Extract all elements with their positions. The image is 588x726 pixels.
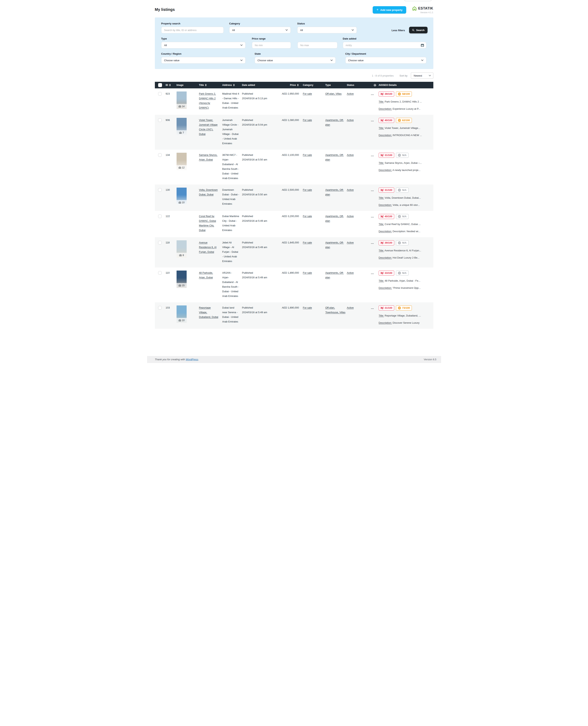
search-button[interactable]: Search — [409, 27, 427, 33]
row-checkbox[interactable] — [158, 119, 162, 122]
price-min-input[interactable] — [252, 42, 291, 48]
more-actions-button[interactable]: ••• — [371, 119, 374, 124]
listing-title-link[interactable]: Samana Skyros, Arjan, Dubai — [199, 153, 217, 161]
listing-status-link[interactable]: Active — [347, 153, 354, 156]
seo-title-line: Title: Coral Reef by DAMAC, Dubai ... — [379, 222, 433, 226]
more-actions-button[interactable]: ••• — [371, 241, 374, 246]
aioseo-headline-score-badge[interactable]: N/A — [396, 214, 408, 219]
camera-icon — [178, 319, 181, 322]
city-select[interactable]: Choose value — [345, 57, 426, 64]
country-select[interactable]: Choose value — [161, 57, 246, 64]
more-actions-button[interactable]: ••• — [371, 215, 374, 219]
row-checkbox[interactable] — [158, 153, 162, 157]
listing-thumbnail[interactable]: 8 — [176, 240, 187, 258]
listing-thumbnail[interactable]: 15 — [176, 271, 187, 288]
listing-title-link[interactable]: Coral Reef by DAMAC, Dubai Maritime City… — [199, 215, 216, 232]
listing-type-link[interactable]: Apartments, Off-plan — [326, 215, 344, 222]
listing-title-link[interactable]: 48 Parkside, Arjan, Dubai — [199, 271, 213, 279]
listing-category-link[interactable]: For sale — [303, 188, 312, 191]
listing-thumbnail[interactable]: 7 — [176, 118, 187, 135]
listing-status-link[interactable]: Active — [347, 119, 354, 122]
listing-category-link[interactable]: For sale — [303, 215, 312, 218]
listing-type-link[interactable]: Apartments, Off-plan — [326, 271, 344, 279]
aioseo-headline-score-badge[interactable]: 58/100 — [396, 91, 412, 97]
listing-status-link[interactable]: Active — [347, 306, 354, 309]
listing-title-link[interactable]: Violet Tower, Jumeirah Village Circle (J… — [199, 119, 218, 135]
listing-category-link[interactable]: For sale — [303, 119, 312, 122]
listing-type-link[interactable]: Apartments, Off-plan — [326, 241, 344, 249]
row-checkbox[interactable] — [158, 188, 162, 192]
row-checkbox[interactable] — [158, 306, 162, 309]
listing-status-link[interactable]: Active — [347, 241, 354, 244]
column-header-id[interactable]: ID — [166, 84, 176, 86]
row-checkbox[interactable] — [158, 215, 162, 218]
sort-select[interactable]: Newest — [411, 72, 433, 79]
wordpress-link[interactable]: WordPress — [186, 358, 198, 361]
aioseo-seo-score-badge[interactable]: 33/100 — [379, 271, 394, 276]
type-select[interactable]: All — [161, 42, 246, 48]
listing-title-link[interactable]: Volta, Downtown Dubai, Dubai — [199, 188, 218, 196]
property-search-input[interactable] — [161, 27, 224, 33]
listing-thumbnail[interactable]: 10 — [176, 188, 187, 205]
status-select[interactable]: All — [297, 27, 357, 33]
gear-icon — [398, 306, 401, 309]
select-all-checkbox[interactable] — [158, 83, 162, 87]
column-header-address[interactable]: Address — [222, 84, 242, 86]
listing-status-link[interactable]: Active — [347, 92, 354, 95]
more-actions-button[interactable]: ••• — [371, 189, 374, 193]
add-new-property-button[interactable]: + Add new property — [373, 6, 406, 14]
row-checkbox[interactable] — [158, 271, 162, 275]
row-checkbox[interactable] — [158, 241, 162, 244]
listing-category-link[interactable]: For sale — [303, 241, 312, 244]
listing-type-link[interactable]: Apartments, Off-plan — [326, 119, 344, 126]
aioseo-headline-score-badge[interactable]: N/A — [396, 153, 408, 158]
listing-status-link[interactable]: Active — [347, 188, 354, 191]
state-select[interactable]: Choose value — [255, 57, 336, 64]
listing-type-link[interactable]: Off-plan, Villas — [326, 92, 342, 95]
seo-description-line: Description: Hot Deal! Luxury 2-Be... — [379, 256, 433, 260]
listing-thumbnail[interactable]: 10 — [176, 305, 187, 323]
aioseo-seo-score-badge[interactable]: 31/100 — [379, 305, 394, 311]
headline-score-value: N/A — [402, 154, 406, 157]
listing-address: ARJAN - Arjan-Dubailand - Al Barsha Sout… — [222, 271, 242, 298]
listing-status-link[interactable]: Active — [347, 271, 354, 274]
aioseo-seo-score-badge[interactable]: 40/100 — [379, 214, 394, 219]
more-actions-button[interactable]: ••• — [371, 272, 374, 276]
listing-type-link[interactable]: Off-plan, Townhouse, Villas — [326, 306, 345, 314]
listing-type-link[interactable]: Apartments, Off-plan — [326, 153, 344, 161]
aioseo-headline-score-badge[interactable]: 62/100 — [396, 118, 412, 123]
listing-category-link[interactable]: For sale — [303, 271, 312, 274]
listing-thumbnail[interactable]: 14 — [176, 91, 187, 109]
listing-type-link[interactable]: Apartments, Off-plan — [326, 188, 344, 196]
gear-icon[interactable] — [373, 84, 377, 87]
listing-title-link[interactable]: Park Greens 2, DAMAC Hills 2 (Akoya by D… — [199, 92, 216, 109]
listing-status-link[interactable]: Active — [347, 215, 354, 218]
more-actions-button[interactable]: ••• — [371, 154, 374, 158]
aioseo-seo-score-badge[interactable]: 31/100 — [379, 188, 394, 193]
aioseo-headline-score-badge[interactable]: N/A — [396, 188, 408, 193]
results-toolbar: 1 - 8 of 8 properties Sort by Newest — [155, 72, 433, 79]
date-added-input[interactable] — [343, 42, 426, 48]
aioseo-seo-score-badge[interactable]: 31/100 — [379, 153, 394, 158]
listing-category-link[interactable]: For sale — [303, 153, 312, 156]
aioseo-seo-score-badge[interactable]: 40/100 — [379, 118, 394, 123]
aioseo-headline-score-badge[interactable]: N/A — [396, 240, 408, 245]
listing-category-link[interactable]: For sale — [303, 306, 312, 309]
listing-thumbnail[interactable]: 12 — [176, 153, 187, 170]
listing-category-link[interactable]: For sale — [303, 92, 312, 95]
column-header-title[interactable]: Title — [199, 84, 222, 86]
row-checkbox[interactable] — [158, 92, 162, 95]
category-select[interactable]: All — [229, 27, 291, 33]
price-max-input[interactable] — [297, 42, 337, 48]
aioseo-seo-score-badge[interactable]: 39/100 — [379, 240, 394, 245]
aioseo-seo-score-badge[interactable]: 39/100 — [379, 91, 394, 97]
listing-title-link[interactable]: Avenue Residence 6, Al Furjan, Dubai — [199, 241, 216, 253]
calendar-icon[interactable] — [421, 43, 424, 47]
less-filters-link[interactable]: Less filters — [392, 29, 405, 32]
column-header-price[interactable]: Price — [275, 84, 299, 86]
more-actions-button[interactable]: ••• — [371, 92, 374, 97]
more-actions-button[interactable]: ••• — [371, 306, 374, 311]
aioseo-headline-score-badge[interactable]: 73/100 — [396, 305, 412, 311]
listing-title-link[interactable]: Reportage Village, Dubailand, Dubai — [199, 306, 218, 318]
aioseo-headline-score-badge[interactable]: N/A — [396, 271, 408, 276]
